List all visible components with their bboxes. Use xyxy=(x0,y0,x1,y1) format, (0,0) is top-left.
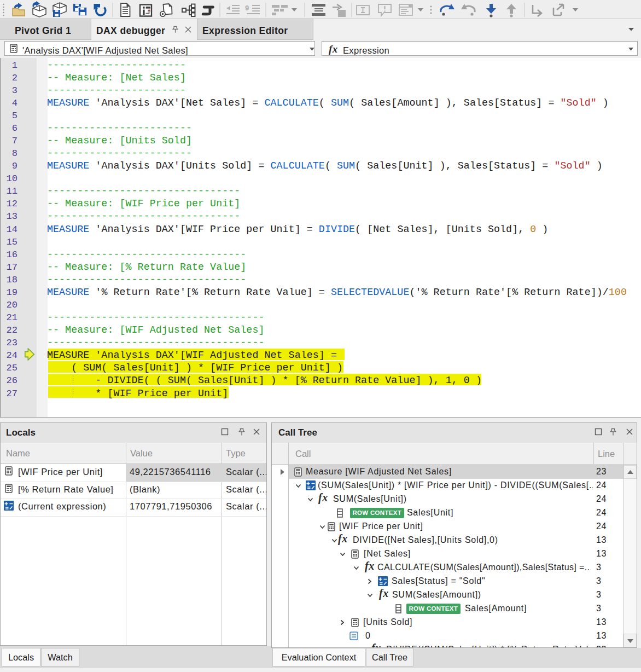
svg-text:9: 9 xyxy=(245,4,249,12)
